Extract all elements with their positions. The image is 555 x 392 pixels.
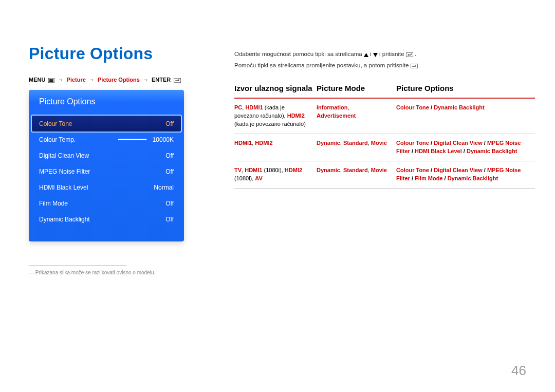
text-run: PC xyxy=(234,104,242,110)
panel-row-label: Digital Clean View xyxy=(39,152,150,159)
triangle-down-icon xyxy=(373,50,378,61)
table-cell: Colour Tone / Digital Clean View / MPEG … xyxy=(396,161,535,188)
manual-page: Picture Options MENU → Picture → Picture… xyxy=(0,0,555,392)
table-cell: TV, HDMI1 (1080i), HDMI2 (1080i), AV xyxy=(234,161,317,188)
instr-text: Pomoću tipki sa strelicama promijenite p… xyxy=(234,62,411,68)
table-row: TV, HDMI1 (1080i), HDMI2 (1080i), AVDyna… xyxy=(234,161,535,188)
panel-row-value: Off xyxy=(150,200,174,207)
menu-icon xyxy=(48,77,54,83)
text-run: Dynamic Backlight xyxy=(467,148,517,154)
text-run: (kada je povezano računalo) xyxy=(234,121,306,127)
text-run: Digital Clean View xyxy=(434,167,483,173)
svg-marker-5 xyxy=(175,80,176,82)
instr-text: . xyxy=(419,62,421,68)
panel-row-label: Colour Tone xyxy=(39,120,150,127)
panel-row-label: HDMI Black Level xyxy=(39,184,150,191)
table-row: PC, HDMI1 (kada je povezano računalo), H… xyxy=(234,98,535,134)
panel-row-value: Off xyxy=(150,216,174,223)
text-run: / xyxy=(483,140,487,146)
text-run: / xyxy=(462,148,467,154)
text-run: , xyxy=(348,104,349,110)
table-cell: Dynamic, Standard, Movie xyxy=(317,134,396,161)
instr-text: i pritisnite xyxy=(379,51,406,57)
text-run: HDMI1 xyxy=(234,140,252,146)
text-run: Dynamic Backlight xyxy=(448,175,498,181)
text-run: / xyxy=(429,140,434,146)
panel-row-label: Colour Temp. xyxy=(39,136,118,143)
svg-marker-11 xyxy=(412,65,413,67)
options-table: Izvor ulaznog signala Picture Mode Pictu… xyxy=(234,84,535,189)
svg-marker-9 xyxy=(408,54,409,56)
text-run: / xyxy=(410,175,415,181)
panel-row[interactable]: Colour Temp.10000K xyxy=(29,132,184,147)
table-cell: HDMI1, HDMI2 xyxy=(234,134,317,161)
right-column: Odaberite mogućnost pomoću tipki sa stre… xyxy=(203,44,535,189)
text-run: / xyxy=(429,104,434,110)
panel-row-value: Off xyxy=(150,120,174,127)
table-row: HDMI1, HDMI2Dynamic, Standard, MovieColo… xyxy=(234,134,535,161)
text-run: HDMI1 xyxy=(245,167,262,173)
panel-row[interactable]: Dynamic BacklightOff xyxy=(29,211,184,227)
panel-row[interactable]: MPEG Noise FilterOff xyxy=(29,163,184,179)
page-number: 46 xyxy=(511,363,526,379)
text-run: HDMI2 xyxy=(255,140,272,146)
instr-text: Odaberite mogućnost pomoću tipki sa stre… xyxy=(234,51,364,57)
panel-row-label: MPEG Noise Filter xyxy=(39,168,150,175)
text-run: HDMI Black Level xyxy=(415,148,462,154)
text-run: Digital Clean View xyxy=(434,140,483,146)
panel-row-value: 10000K xyxy=(150,136,174,143)
bc-picture: Picture xyxy=(67,77,86,83)
page-title: Picture Options xyxy=(29,44,203,63)
picture-options-panel: Picture Options Colour ToneOffColour Tem… xyxy=(29,90,184,241)
text-run: Dynamic Backlight xyxy=(434,104,484,110)
th-signal-source: Izvor ulaznog signala xyxy=(234,84,317,98)
th-picture-mode: Picture Mode xyxy=(317,84,396,98)
text-run: HDMI2 xyxy=(285,167,302,173)
text-run: Dynamic xyxy=(317,140,340,146)
text-run: / xyxy=(442,175,447,181)
panel-row[interactable]: Digital Clean ViewOff xyxy=(29,147,184,163)
arrow-icon: → xyxy=(143,77,149,83)
table-cell: Dynamic, Standard, Movie xyxy=(317,161,396,188)
bc-menu: MENU xyxy=(29,77,45,83)
text-run: Dynamic xyxy=(317,167,340,173)
enter-icon xyxy=(411,62,418,72)
th-picture-options: Picture Options xyxy=(396,84,535,98)
instr-text: . xyxy=(415,51,416,57)
svg-marker-6 xyxy=(364,53,368,57)
bc-enter: ENTER xyxy=(152,77,171,83)
table-cell: Information, Advertisement xyxy=(317,98,396,134)
text-run: (1080i), xyxy=(262,167,284,173)
bc-picture-options: Picture Options xyxy=(98,77,140,83)
text-run: Colour Tone xyxy=(396,104,429,110)
panel-row-value: Normal xyxy=(150,184,174,191)
panel-row-value: Off xyxy=(150,152,174,159)
text-run: Colour Tone xyxy=(396,140,429,146)
panel-header: Picture Options xyxy=(29,90,184,116)
panel-row-value: Off xyxy=(150,168,174,175)
table-cell: Colour Tone / Digital Clean View / MPEG … xyxy=(396,134,535,161)
panel-row[interactable]: Colour ToneOff xyxy=(32,116,181,132)
footnote: ― Prikazana slika može se razlikovati ov… xyxy=(29,270,203,275)
text-run: (1080i), xyxy=(234,175,255,181)
text-run: / xyxy=(429,167,434,173)
panel-row[interactable]: HDMI Black LevelNormal xyxy=(29,179,184,195)
instruction-line-2: Pomoću tipki sa strelicama promijenite p… xyxy=(234,61,535,72)
text-run: AV xyxy=(255,175,262,181)
arrow-icon: → xyxy=(58,77,64,83)
svg-marker-7 xyxy=(373,53,378,57)
text-run: / xyxy=(410,148,415,154)
text-run: Information xyxy=(317,104,348,110)
table-cell: Colour Tone / Dynamic Backlight xyxy=(396,98,535,134)
text-run: HDMI2 xyxy=(287,113,305,119)
panel-row-label: Film Mode xyxy=(39,200,150,207)
left-column: Picture Options MENU → Picture → Picture… xyxy=(29,44,203,275)
triangle-up-icon xyxy=(364,50,368,61)
slider-icon xyxy=(118,139,147,140)
text-run: Film Mode xyxy=(415,175,442,181)
panel-row[interactable]: Film ModeOff xyxy=(29,195,184,211)
enter-icon xyxy=(174,77,181,83)
text-run: / xyxy=(483,167,487,173)
text-run: HDMI1 xyxy=(245,104,263,110)
text-run: Colour Tone xyxy=(396,167,429,173)
